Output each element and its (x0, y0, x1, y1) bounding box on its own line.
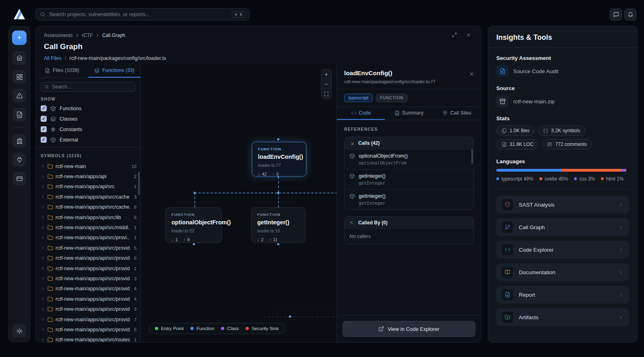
rail-integrations-button[interactable] (12, 153, 26, 166)
tool-sast-analysis[interactable]: SAST Analysis (496, 196, 629, 213)
symbols-section-label: SYMBOLS (3226) (41, 153, 136, 158)
call-item[interactable]: getInteger() getInteger (345, 169, 473, 189)
tree-item[interactable]: rctf-new-main/apps/api/src/lib5 (41, 212, 136, 222)
tree-item[interactable]: rctf-new-main/apps/api/src/cache3 (41, 192, 136, 202)
rail-dashboard-button[interactable] (12, 70, 26, 84)
filter-classes[interactable]: ✓ Classes (41, 115, 136, 122)
tree-item[interactable]: rctf-new-main/apps/api/src/provid...1 (41, 263, 136, 273)
called-by-icon: ↑ (269, 237, 272, 242)
global-search-input[interactable]: Search projects, vulnerabilities, or rep… (35, 8, 250, 21)
rail-billing-button[interactable] (12, 172, 26, 185)
calls-out-icon: ↓ (257, 237, 260, 242)
symbols-search-input[interactable]: Search... (41, 82, 136, 92)
call-item[interactable]: getInteger() getInteger (345, 189, 473, 209)
pin-icon (442, 111, 448, 116)
tree-item[interactable]: rctf-new-main/apps/api2 (41, 171, 136, 181)
stats-label: Stats (496, 115, 629, 121)
graph-node-optionalObjectFrom[interactable]: FUNCTION optionalObjectFrom() loader.ts:… (165, 207, 222, 243)
css-dot (574, 177, 577, 180)
node-name: loadEnvConfig() (258, 154, 300, 160)
checkbox-checked[interactable]: ✓ (41, 105, 47, 111)
tab-files[interactable]: Files (1039) (36, 64, 88, 78)
folder-icon (47, 174, 53, 179)
close-panel-button[interactable] (466, 32, 471, 38)
chevron-right-icon (41, 256, 45, 261)
calls-scrollbar[interactable] (471, 149, 473, 164)
close-details-button[interactable] (469, 71, 475, 77)
file-search-icon (496, 65, 508, 77)
tree-item[interactable]: rctf-new-main/apps/api/src/provid...3 (41, 273, 136, 283)
fit-view-button[interactable] (321, 89, 331, 98)
graph-node-getInteger[interactable]: FUNCTION getInteger() loader.ts:15 ↓2 ↑1… (251, 207, 305, 243)
home-icon (16, 55, 23, 62)
call-item[interactable]: optionalObjectFrom() optionalObjectFrom (345, 149, 473, 169)
called-by-card: Called By (0) No callers (344, 216, 474, 244)
chat-button[interactable] (609, 8, 622, 21)
tool-report[interactable]: Report (496, 286, 629, 304)
tool-artifacts[interactable]: Artifacts (496, 308, 629, 326)
graph-edge (278, 193, 279, 207)
zoom-out-button[interactable]: − (321, 79, 331, 89)
expand-button[interactable] (452, 32, 457, 38)
chevron-right-icon (41, 266, 45, 271)
filter-functions[interactable]: ✓ Functions (41, 105, 136, 112)
tab-summary[interactable]: Summary (385, 107, 433, 120)
panel-header: Assessments > rCTF > Call Graph Call Gra… (36, 26, 481, 64)
filter-constants[interactable]: ✓ Constants (41, 126, 136, 133)
files-icon (502, 128, 507, 133)
view-in-code-explorer-button[interactable]: View in Code Explorer (343, 321, 475, 337)
called-by-header: Called By (0) (358, 220, 388, 226)
settings-button[interactable] (12, 324, 26, 338)
graph-node-loadEnvConfig[interactable]: FUNCTION loadEnvConfig() loader.ts:77 ↓4… (252, 142, 306, 176)
path-separator: / (65, 55, 66, 61)
tree-item[interactable]: rctf-new-main/apps/api/src/provid...3 (41, 304, 136, 314)
tool-call-graph[interactable]: Call Graph (496, 218, 629, 236)
rail-vulnerabilities-button[interactable] (12, 89, 26, 103)
rail-home-button[interactable] (12, 51, 26, 65)
call-graph-panel: Assessments > rCTF > Call Graph Call Gra… (35, 26, 481, 343)
chevron-right-icon (41, 195, 45, 199)
breadcrumb: Assessments > rCTF > Call Graph (44, 33, 473, 38)
tree-item[interactable]: rctf-new-main/apps/api/src/provi...1 (41, 233, 136, 243)
all-files-link[interactable]: All Files (44, 55, 62, 61)
checkbox-checked[interactable]: ✓ (41, 126, 47, 132)
chevron-right-icon (41, 317, 45, 322)
tree-item[interactable]: rctf-new-main/apps/api/src/provid...4 (41, 294, 136, 304)
tree-item[interactable]: rctf-new-main/apps/api/src/provid...7 (41, 314, 136, 324)
tab-call-sites[interactable]: Call Sites (433, 107, 481, 120)
new-button[interactable]: + (12, 31, 27, 45)
checkbox-checked[interactable]: ✓ (41, 116, 47, 122)
tree-item[interactable]: rctf-new-main/apps/api/src/provid...6 (41, 253, 136, 263)
breadcrumb-item[interactable]: Assessments (44, 33, 72, 38)
node-type-label: FUNCTION (258, 147, 300, 151)
chevron-right-icon (618, 292, 623, 298)
filter-external[interactable]: ✓ External (41, 136, 136, 143)
tree-item[interactable]: rctf-new-main/apps/api/src/provid...5 (41, 324, 136, 334)
tool-documentation[interactable]: Documentation (496, 263, 629, 281)
tree-scrollbar[interactable] (138, 172, 140, 195)
zoom-in-button[interactable]: + (321, 70, 331, 79)
tab-code[interactable]: Code (337, 107, 385, 120)
arrow-down-right-icon (349, 141, 355, 146)
tree-item[interactable]: rctf-new-main/apps/api/src/cache...6 (41, 202, 136, 212)
checkbox-checked[interactable]: ✓ (41, 137, 47, 143)
rail-organization-button[interactable] (12, 134, 26, 148)
breadcrumb-item-current: Call Graph (102, 33, 125, 38)
hash-icon (50, 127, 56, 132)
tree-item[interactable]: rctf-new-main/apps/api/src/routes1 (41, 335, 136, 342)
tree-item[interactable]: rctf-new-main/apps/api/src1 (41, 182, 136, 192)
graph-canvas[interactable]: FUNCTION loadEnvConfig() loader.ts:77 ↓4… (141, 64, 336, 342)
tab-functions[interactable]: Functions (33) (88, 64, 140, 78)
tree-item[interactable]: rctf-new-main/apps/api/src/provid...5 (41, 243, 136, 253)
tool-code-explorer[interactable]: Code Explorer (496, 241, 629, 259)
tree-item[interactable]: rctf-new-main/apps/api/src/middl...1 (41, 222, 136, 232)
breadcrumb-item[interactable]: rCTF (82, 33, 93, 38)
layers-icon (50, 116, 56, 122)
notifications-button[interactable] (624, 8, 637, 21)
shield-check-icon (502, 199, 513, 210)
security-sink-dot (246, 327, 249, 330)
rail-reports-button[interactable] (12, 108, 26, 121)
tree-item[interactable]: rctf-new-main/apps/api/src/provid...4 (41, 284, 136, 294)
app-logo-icon[interactable] (13, 8, 25, 20)
tree-item[interactable]: rctf-new-main10 (41, 161, 136, 171)
